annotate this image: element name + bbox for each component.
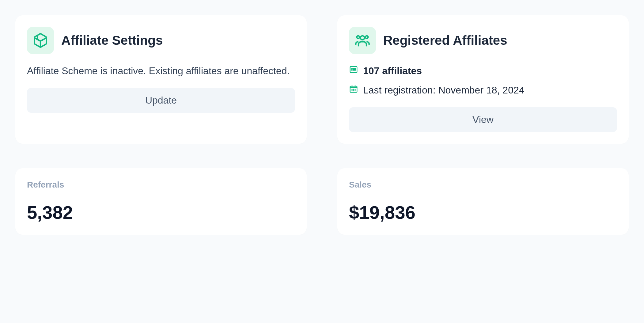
sales-stat-card: Sales $19,836 [337,168,629,235]
list-icon [349,63,358,79]
svg-point-0 [361,36,365,40]
card-title: Registered Affiliates [383,33,507,48]
card-header: Affiliate Settings [27,27,295,54]
stat-label: Sales [349,180,617,190]
affiliate-count-text: 107 affiliates [363,63,422,79]
settings-description: Affiliate Scheme is inactive. Existing a… [27,63,295,79]
affiliate-count-row: 107 affiliates [349,63,617,79]
svg-point-17 [352,91,352,91]
affiliate-settings-card: Affiliate Settings Affiliate Scheme is i… [15,15,307,144]
stat-value: 5,382 [27,202,295,223]
card-title: Affiliate Settings [61,33,163,48]
svg-point-19 [355,91,355,91]
view-button[interactable]: View [349,107,617,132]
svg-point-16 [355,89,355,89]
svg-point-15 [353,89,354,89]
svg-point-2 [366,36,368,39]
box-icon [27,27,54,54]
referrals-stat-card: Referrals 5,382 [15,168,307,235]
svg-point-14 [352,89,352,89]
registered-info: 107 affiliates [349,63,617,98]
stat-label: Referrals [27,180,295,190]
registered-affiliates-card: Registered Affiliates 107 affiliates [337,15,629,144]
users-icon [349,27,376,54]
card-header: Registered Affiliates [349,27,617,54]
last-registration-text: Last registration: November 18, 2024 [363,82,525,98]
update-button[interactable]: Update [27,88,295,113]
calendar-icon [349,82,358,98]
last-registration-row: Last registration: November 18, 2024 [349,82,617,98]
svg-point-1 [357,36,360,39]
svg-point-18 [353,91,354,91]
stat-value: $19,836 [349,202,617,223]
